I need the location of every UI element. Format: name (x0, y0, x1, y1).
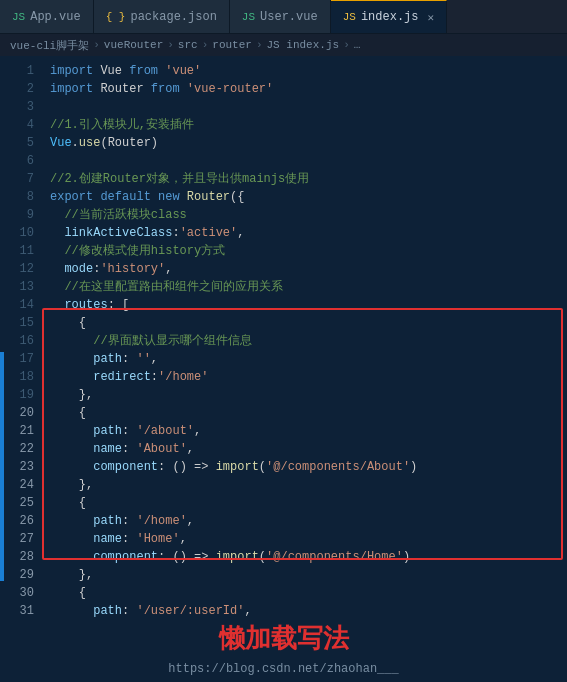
line-num-4: 4 (4, 116, 42, 134)
editor-container: JS App.vue { } package.json JS User.vue … (0, 0, 567, 682)
breadcrumb-item: vueRouter (104, 39, 163, 51)
line-num-13: 13 (4, 278, 42, 296)
vue-icon: JS (12, 11, 25, 23)
line-num-20: 20 (4, 404, 42, 422)
code-line-12: mode:'history', (50, 260, 567, 278)
line-num-22: 22 (4, 440, 42, 458)
line-num-26: 26 (4, 512, 42, 530)
breadcrumb-separator: › (343, 39, 350, 51)
code-line-31: path: '/user/:userId', (50, 602, 567, 617)
code-line-22: name: 'About', (50, 440, 567, 458)
lazy-load-label: 懒加载写法 (0, 617, 567, 660)
code-line-1: import Vue from 'vue' (50, 62, 567, 80)
tab-index-js[interactable]: JS index.js ✕ (331, 0, 447, 33)
line-num-30: 30 (4, 584, 42, 602)
line-num-8: 8 (4, 188, 42, 206)
tab-label: User.vue (260, 10, 318, 24)
line-num-21: 21 (4, 422, 42, 440)
line-num-15: 15 (4, 314, 42, 332)
code-line-18: redirect:'/home' (50, 368, 567, 386)
code-line-14: routes: [ (50, 296, 567, 314)
line-num-3: 3 (4, 98, 42, 116)
line-num-19: 19 (4, 386, 42, 404)
line-num-9: 9 (4, 206, 42, 224)
code-line-11: //修改模式使用history方式 (50, 242, 567, 260)
code-line-2: import Router from 'vue-router' (50, 80, 567, 98)
line-num-7: 7 (4, 170, 42, 188)
tab-package-json[interactable]: { } package.json (94, 0, 230, 33)
js-icon: JS (343, 11, 356, 23)
breadcrumb-separator: › (167, 39, 174, 51)
line-num-12: 12 (4, 260, 42, 278)
breadcrumb-item: src (178, 39, 198, 51)
code-editor[interactable]: import Vue from 'vue' import Router from… (42, 56, 567, 617)
line-num-25: 25 (4, 494, 42, 512)
line-numbers: 1 2 3 4 5 6 7 8 9 10 11 12 13 14 15 16 1… (4, 56, 42, 617)
code-line-26: path: '/home', (50, 512, 567, 530)
line-num-17: 17 (4, 350, 42, 368)
tab-label: package.json (130, 10, 216, 24)
code-line-27: name: 'Home', (50, 530, 567, 548)
code-line-25: { (50, 494, 567, 512)
tab-app-vue[interactable]: JS App.vue (0, 0, 94, 33)
vue-icon: JS (242, 11, 255, 23)
code-line-6 (50, 152, 567, 170)
line-num-31: 31 (4, 602, 42, 617)
code-line-21: path: '/about', (50, 422, 567, 440)
code-line-23: component: () => import('@/components/Ab… (50, 458, 567, 476)
line-num-16: 16 (4, 332, 42, 350)
tab-user-vue[interactable]: JS User.vue (230, 0, 331, 33)
line-num-14: 14 (4, 296, 42, 314)
line-num-18: 18 (4, 368, 42, 386)
code-line-5: Vue.use(Router) (50, 134, 567, 152)
code-line-16: //界面默认显示哪个组件信息 (50, 332, 567, 350)
breadcrumb-separator: › (202, 39, 209, 51)
breadcrumb: vue-cli脚手架 › vueRouter › src › router › … (0, 34, 567, 56)
breadcrumb-item: JS index.js (267, 39, 340, 51)
line-num-27: 27 (4, 530, 42, 548)
code-line-24: }, (50, 476, 567, 494)
code-line-3 (50, 98, 567, 116)
line-num-28: 28 (4, 548, 42, 566)
code-line-7: //2.创建Router对象，并且导出供mainjs使用 (50, 170, 567, 188)
breadcrumb-item: … (354, 39, 361, 51)
code-line-4: //1.引入模块儿,安装插件 (50, 116, 567, 134)
tab-label: index.js (361, 10, 419, 24)
breadcrumb-item: vue-cli脚手架 (10, 38, 89, 53)
url-label: https://blog.csdn.net/zhaohan___ (0, 660, 567, 682)
code-line-9: //当前活跃模块class (50, 206, 567, 224)
line-num-2: 2 (4, 80, 42, 98)
line-num-10: 10 (4, 224, 42, 242)
breadcrumb-separator: › (256, 39, 263, 51)
code-line-28: component: () => import('@/components/Ho… (50, 548, 567, 566)
code-area: 1 2 3 4 5 6 7 8 9 10 11 12 13 14 15 16 1… (0, 56, 567, 617)
close-icon[interactable]: ✕ (427, 11, 434, 24)
line-num-29: 29 (4, 566, 42, 584)
line-num-23: 23 (4, 458, 42, 476)
breadcrumb-separator: › (93, 39, 100, 51)
code-line-30: { (50, 584, 567, 602)
line-num-11: 11 (4, 242, 42, 260)
line-num-5: 5 (4, 134, 42, 152)
line-num-1: 1 (4, 62, 42, 80)
json-icon: { } (106, 11, 126, 23)
code-line-19: }, (50, 386, 567, 404)
line-num-24: 24 (4, 476, 42, 494)
code-line-8: export default new Router({ (50, 188, 567, 206)
code-line-29: }, (50, 566, 567, 584)
code-line-20: { (50, 404, 567, 422)
code-line-10: linkActiveClass:'active', (50, 224, 567, 242)
code-line-13: //在这里配置路由和组件之间的应用关系 (50, 278, 567, 296)
code-line-17: path: '', (50, 350, 567, 368)
breadcrumb-item: router (212, 39, 252, 51)
tab-bar: JS App.vue { } package.json JS User.vue … (0, 0, 567, 34)
line-num-6: 6 (4, 152, 42, 170)
code-line-15: { (50, 314, 567, 332)
tab-label: App.vue (30, 10, 80, 24)
